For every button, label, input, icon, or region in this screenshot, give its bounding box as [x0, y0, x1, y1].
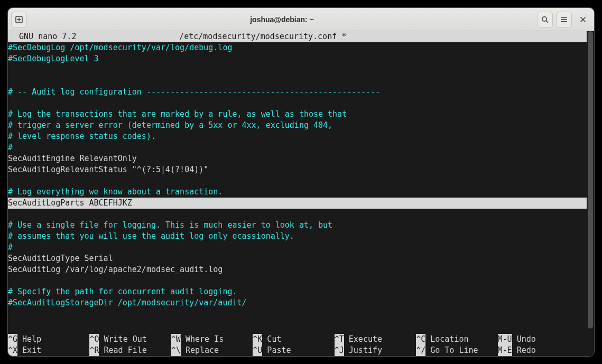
- help-key: ^G: [8, 334, 17, 345]
- help-key: M-E: [498, 345, 512, 356]
- help-key: ^X: [8, 345, 17, 356]
- nano-help-bar: ^G Help^O Write Out^W Where Is^K Cut^T E…: [8, 334, 579, 356]
- editor-line: [8, 98, 587, 109]
- editor-line: [8, 309, 587, 320]
- help-key: ^C: [416, 334, 425, 345]
- editor-line: # trigger a server error (determined by …: [8, 120, 587, 131]
- help-item: ^/ Go To Line: [416, 345, 497, 356]
- nano-version: GNU nano 7.2: [8, 31, 76, 42]
- help-key: ^J: [335, 345, 344, 356]
- help-label: Where Is: [181, 334, 224, 345]
- editor-line: SecAuditLogRelevantStatus "^(?:5|4(?!04)…: [8, 164, 587, 175]
- editor-line: #: [8, 142, 587, 153]
- help-label: Undo: [512, 334, 536, 345]
- help-key: ^W: [171, 334, 181, 345]
- new-tab-button[interactable]: [11, 12, 27, 27]
- editor-line: SecAuditLog /var/log/apache2/modsec_audi…: [8, 264, 587, 275]
- help-item: ^K Cut: [253, 334, 334, 345]
- help-item: ^\ Replace: [171, 345, 253, 356]
- help-label: Go To Line: [425, 345, 478, 356]
- help-item: ^O Write Out: [89, 334, 171, 345]
- search-button[interactable]: [537, 12, 553, 27]
- help-item: ^W Where Is: [171, 334, 253, 345]
- help-item: ^T Execute: [335, 334, 416, 345]
- editor-line: [8, 64, 587, 76]
- help-item: M-U Undo: [498, 334, 579, 345]
- editor-line: SecAuditLogType Serial: [8, 253, 587, 264]
- help-label: Paste: [262, 345, 291, 356]
- help-key: M-U: [498, 334, 512, 345]
- help-label: Cut: [262, 334, 281, 345]
- editor-line: # -- Audit log configuration -----------…: [8, 87, 587, 98]
- help-item: ^G Help: [8, 334, 89, 345]
- hamburger-icon: [560, 15, 568, 24]
- help-key: ^/: [416, 345, 425, 356]
- editor-line: # Use a single file for logging. This is…: [8, 220, 587, 231]
- nano-filename: /etc/modsecurity/modsecurity.conf *: [76, 31, 449, 42]
- editor-line: [8, 175, 587, 186]
- editor-line: #SecAuditLogStorageDir /opt/modsecurity/…: [8, 297, 587, 309]
- help-item: M-E Redo: [498, 345, 579, 356]
- help-key: ^T: [335, 334, 344, 345]
- help-key: ^O: [89, 334, 99, 345]
- help-label: Replace: [181, 345, 219, 356]
- terminal-window: joshua@debian: ~ GNU nano 7.2 /etc/modse…: [7, 7, 595, 357]
- editor-line: #SecDebugLog /opt/modsecurity/var/log/de…: [8, 42, 587, 53]
- help-label: Justify: [344, 345, 382, 356]
- editor-line: #SecDebugLogLevel 3: [8, 53, 587, 64]
- editor-line: SecAuditEngine RelevantOnly: [8, 153, 587, 164]
- help-item: ^J Justify: [335, 345, 416, 356]
- help-label: Redo: [512, 345, 536, 356]
- help-label: Help: [17, 334, 41, 345]
- scrollbar[interactable]: [588, 31, 593, 329]
- nano-statusline: GNU nano 7.2 /etc/modsecurity/modsecurit…: [8, 31, 587, 42]
- titlebar: joshua@debian: ~: [8, 8, 594, 31]
- help-key: ^U: [253, 345, 262, 356]
- menu-button[interactable]: [556, 12, 572, 27]
- editor-line: [8, 275, 587, 286]
- editor-line: # assumes that you will use the audit lo…: [8, 231, 587, 242]
- help-item: ^U Paste: [253, 345, 334, 356]
- editor-line: [8, 209, 587, 220]
- help-label: Exit: [17, 345, 41, 356]
- close-icon: [579, 15, 587, 24]
- help-key: ^\: [171, 345, 181, 356]
- help-item: ^C Location: [416, 334, 497, 345]
- window-title: joshua@debian: ~: [30, 15, 534, 24]
- editor-line: # level response status codes).: [8, 131, 587, 142]
- editor-line: # Specify the path for concurrent audit …: [8, 286, 587, 297]
- editor-line: SecAuditLogParts ABCEFHJKZ: [8, 198, 587, 209]
- terminal-viewport[interactable]: GNU nano 7.2 /etc/modsecurity/modsecurit…: [8, 31, 594, 356]
- cursor: [132, 198, 137, 208]
- help-label: Location: [425, 334, 468, 345]
- new-tab-icon: [15, 15, 23, 24]
- editor-content[interactable]: #SecDebugLog /opt/modsecurity/var/log/de…: [8, 42, 587, 320]
- help-key: ^K: [253, 334, 262, 345]
- help-label: Write Out: [99, 334, 146, 345]
- editor-line: # Log the transactions that are marked b…: [8, 109, 587, 120]
- close-button[interactable]: [575, 12, 591, 27]
- help-label: Execute: [344, 334, 382, 345]
- editor-line: #: [8, 242, 587, 253]
- help-label: Read File: [99, 345, 146, 356]
- help-item: ^X Exit: [8, 345, 89, 356]
- help-item: ^R Read File: [89, 345, 171, 356]
- editor-line: [8, 76, 587, 87]
- help-key: ^R: [89, 345, 99, 356]
- search-icon: [541, 15, 549, 24]
- editor-line: # Log everything we know about a transac…: [8, 186, 587, 198]
